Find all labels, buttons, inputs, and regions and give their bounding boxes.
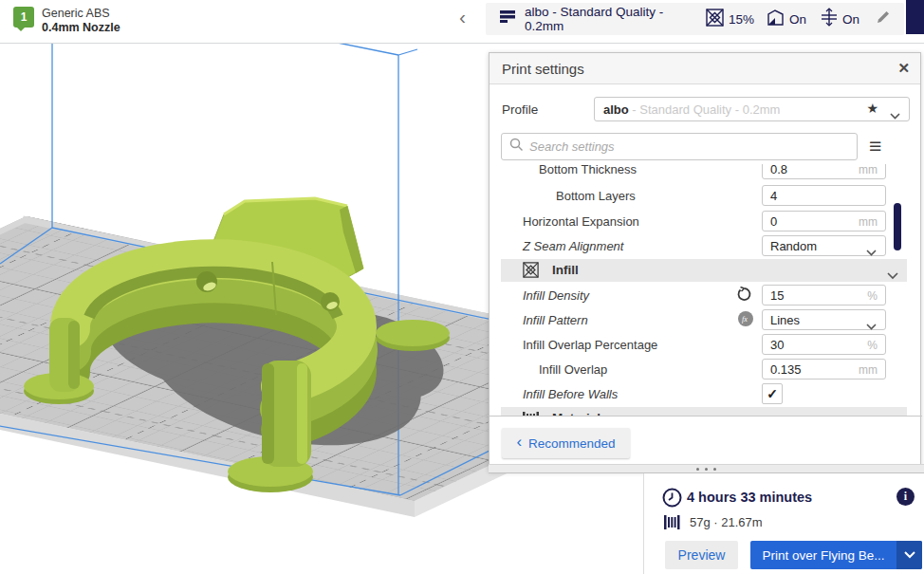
hamburger-menu-icon[interactable]: ≡ <box>869 133 881 160</box>
profile-suffix: - Standard Quality - 0.2mm <box>629 102 781 117</box>
setting-row: Bottom Thickness 0.8 mm <box>490 164 922 181</box>
star-icon[interactable]: ★ <box>866 101 878 116</box>
profile-name: albo <box>603 102 629 117</box>
material-name: Generic ABS <box>42 7 110 20</box>
layers-icon <box>500 10 516 28</box>
search-input[interactable]: Search settings <box>501 133 858 160</box>
setting-row: Horizontal Expansion 0 mm <box>490 211 922 233</box>
setting-row: Infill Overlap 0.135 mm <box>490 359 922 381</box>
setting-checkbox[interactable]: ✓ <box>762 383 783 404</box>
setting-label: Horizontal Expansion <box>523 214 639 229</box>
setting-row: Infill Overlap Percentage 30 % <box>490 334 922 357</box>
section-row[interactable]: Material <box>490 407 922 417</box>
setting-label: Z Seam Alignment <box>523 239 623 253</box>
setting-row: Infill Before Walls ✓ <box>490 383 922 406</box>
recommended-mode-button[interactable]: ‹ Recommended <box>502 428 630 458</box>
svg-text:fx: fx <box>742 315 748 324</box>
scrollbar-thumb[interactable] <box>894 203 901 250</box>
panel-header: Print settings ✕ <box>490 53 920 84</box>
collapse-panel-icon[interactable]: ‹ <box>453 6 471 28</box>
summary-infill-value: 15% <box>729 12 754 27</box>
setting-label: Infill Pattern <box>523 313 588 327</box>
profile-select[interactable]: albo - Standard Quality - 0.2mm ★ <box>594 97 910 121</box>
summary-profile-text: albo - Standard Quality - 0.2mm <box>525 5 706 33</box>
search-icon <box>509 138 524 156</box>
toolbar-corner-block <box>906 0 924 34</box>
section-row[interactable]: Infill <box>490 259 922 282</box>
section-infill[interactable]: Infill <box>501 259 907 282</box>
print-button[interactable]: Print over Flying Be... <box>750 541 922 569</box>
setting-value-field[interactable]: 30 % <box>762 334 886 355</box>
setting-value-field[interactable]: 0.135 mm <box>762 359 886 380</box>
extruder-badge[interactable]: 1 <box>13 7 34 28</box>
setting-value-field[interactable]: 0 mm <box>762 211 886 231</box>
info-icon[interactable]: i <box>896 488 915 506</box>
section-material[interactable]: Material <box>501 407 907 417</box>
top-bar: 1 Generic ABS 0.4mm Nozzle ‹ albo - Stan… <box>0 0 924 44</box>
setting-value-field[interactable]: 15 % <box>762 285 886 306</box>
setting-label: Bottom Thickness <box>539 164 637 176</box>
setting-value-field[interactable]: 0.8 mm <box>762 164 886 179</box>
print-settings-summary-bar[interactable]: albo - Standard Quality - 0.2mm 15% On O… <box>486 3 904 35</box>
print-estimate-panel: 4 hours 33 minutes i 57g · 21.67m Previe… <box>643 472 924 574</box>
setting-label: Infill Density <box>523 288 589 303</box>
filament-icon <box>664 514 682 534</box>
search-placeholder: Search settings <box>529 139 615 154</box>
setting-row: Infill Density 15 % <box>490 285 922 307</box>
panel-title: Print settings <box>502 61 584 77</box>
material-usage-estimate: 57g · 21.67m <box>690 515 763 529</box>
chevron-down-icon <box>866 317 877 334</box>
setting-row: Z Seam Alignment Random <box>490 235 922 258</box>
reset-value-icon[interactable] <box>736 287 752 306</box>
clock-icon <box>662 488 682 511</box>
setting-label: Bottom Layers <box>556 189 636 203</box>
panel-resize-handle[interactable] <box>489 464 924 473</box>
setting-value-field[interactable]: 4 <box>762 185 886 206</box>
setting-label: Infill Before Walls <box>523 387 618 401</box>
summary-support-value: On <box>789 12 806 27</box>
print-settings-panel: Print settings ✕ Profile albo - Standard… <box>489 52 921 472</box>
chevron-down-icon <box>887 267 898 284</box>
adhesion-icon <box>821 8 838 30</box>
edit-pencil-icon[interactable] <box>876 9 891 28</box>
infill-section-icon <box>523 262 539 282</box>
summary-adhesion-value: On <box>842 12 859 27</box>
print-time-estimate: 4 hours 33 minutes <box>687 490 812 505</box>
chevron-down-icon <box>890 106 900 123</box>
print-options-chevron[interactable] <box>896 541 922 569</box>
nozzle-size: 0.4mm Nozzle <box>42 21 120 34</box>
chevron-left-icon: ‹ <box>516 433 522 452</box>
infill-icon <box>706 9 724 30</box>
support-icon <box>767 9 785 30</box>
setting-row: Bottom Layers 4 <box>490 185 922 208</box>
setting-label: Infill Overlap Percentage <box>523 338 657 352</box>
preview-button[interactable]: Preview <box>665 541 738 569</box>
chevron-down-icon <box>866 243 877 260</box>
material-section-icon <box>523 410 540 417</box>
setting-select[interactable]: Lines <box>762 309 886 330</box>
chevron-down-icon <box>887 415 898 417</box>
setting-select[interactable]: Random <box>762 235 886 256</box>
profile-label: Profile <box>502 102 538 117</box>
setting-row: Infill Pattern fx Lines <box>490 309 922 332</box>
function-fx-icon[interactable]: fx <box>738 311 753 330</box>
settings-list: Bottom Thickness 0.8 mm Bottom Layers 4 … <box>490 164 922 417</box>
close-icon[interactable]: ✕ <box>897 60 910 77</box>
setting-label: Infill Overlap <box>539 362 607 377</box>
